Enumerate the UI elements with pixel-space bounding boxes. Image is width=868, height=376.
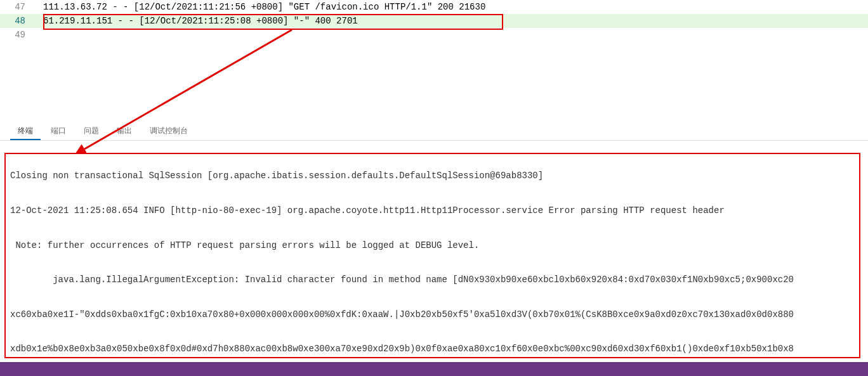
line-content: 61.219.11.151 - - [12/Oct/2021:11:25:08 … <box>38 16 358 26</box>
terminal-line: xc60xba0xe1I-"0xdds0xba0x1fgC:0xb10xa70x… <box>10 309 858 320</box>
line-number: 49 <box>0 30 38 40</box>
terminal-line: xdb0x1e%b0x8e0xb3a0x050xbe0x8f0x0d#0xd7h… <box>10 343 858 354</box>
code-line-highlighted[interactable]: 48 61.219.11.151 - - [12/Oct/2021:11:25:… <box>0 14 868 28</box>
tab-debug-console[interactable]: 调试控制台 <box>142 123 195 140</box>
code-line[interactable]: 49 <box>0 28 868 42</box>
terminal-line: Closing non transactional SqlSession [or… <box>10 170 858 181</box>
panel-area: 终端 端口 问题 输出 调试控制台 Closing non transactio… <box>0 119 868 376</box>
editor-area: 47 111.13.63.72 - - [12/Oct/2021:11:21:5… <box>0 0 868 42</box>
line-number: 48 <box>0 16 38 26</box>
line-number: 47 <box>0 2 38 12</box>
tab-output[interactable]: 输出 <box>109 123 140 140</box>
terminal-line: java.lang.IllegalArgumentException: Inva… <box>10 274 858 285</box>
status-bar[interactable] <box>0 362 868 376</box>
terminal-line: 12-Oct-2021 11:25:08.654 INFO [http-nio-… <box>10 205 858 216</box>
terminal-line: Note: further occurrences of HTTP reques… <box>10 240 858 251</box>
tab-ports[interactable]: 端口 <box>43 123 74 140</box>
tab-terminal[interactable]: 终端 <box>10 123 41 140</box>
code-line[interactable]: 47 111.13.63.72 - - [12/Oct/2021:11:21:5… <box>0 0 868 14</box>
line-content: 111.13.63.72 - - [12/Oct/2021:11:21:56 +… <box>38 2 485 12</box>
tab-problems[interactable]: 问题 <box>76 123 107 140</box>
panel-tabs: 终端 端口 问题 输出 调试控制台 <box>0 119 868 141</box>
terminal-content[interactable]: Closing non transactional SqlSession [or… <box>0 141 868 376</box>
